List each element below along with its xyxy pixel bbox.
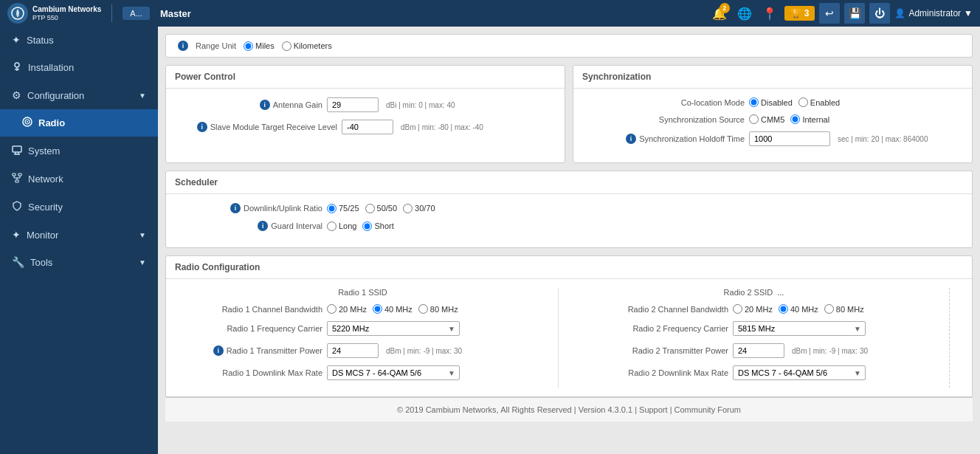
radio-right-divider <box>949 288 950 388</box>
sidebar-label-radio: Radio <box>38 117 65 128</box>
sidebar-item-system[interactable]: System <box>0 137 158 165</box>
sync-source-cmm5-radio[interactable] <box>749 114 759 124</box>
colocation-options: Disabled Enabled <box>749 97 840 107</box>
colocation-enabled-radio[interactable] <box>798 97 808 107</box>
antenna-gain-info-icon[interactable]: i <box>260 100 270 110</box>
award-button[interactable]: 🏆 3 <box>784 6 815 21</box>
downlink-5050-radio[interactable] <box>365 204 375 213</box>
range-unit-km-radio[interactable] <box>282 41 291 51</box>
radio1-bw-40-option[interactable]: 40 MHz <box>373 304 413 314</box>
admin-menu-button[interactable]: 👤 Administrator ▼ <box>894 8 973 18</box>
radio1-bw-20-option[interactable]: 20 MHz <box>327 304 367 314</box>
network-icon <box>12 173 22 185</box>
downlink-3070-radio[interactable] <box>403 204 413 213</box>
sidebar-label-system: System <box>28 145 60 157</box>
sidebar-item-configuration[interactable]: ⚙ Configuration ▼ <box>0 82 158 109</box>
sync-source-cmm5-option[interactable]: CMM5 <box>749 114 784 124</box>
range-unit-km-option[interactable]: Kilometers <box>282 41 332 51</box>
power-button[interactable]: ⏻ <box>869 3 890 24</box>
radio2-bw-40-radio[interactable] <box>779 304 788 314</box>
header-separator <box>111 4 112 22</box>
undo-button[interactable]: ↩ <box>819 3 840 24</box>
radio1-freq-select[interactable]: 5220 MHz <box>327 321 460 336</box>
downlink-info-icon[interactable]: i <box>230 203 241 213</box>
downlink-3070-option[interactable]: 30/70 <box>403 204 435 213</box>
notifications-button[interactable]: 🔔 2 <box>709 3 730 24</box>
radio1-txpower-input[interactable] <box>327 343 379 358</box>
radio2-column: Radio 2 SSID ... Radio 2 Channel Bandwid… <box>566 288 942 388</box>
sidebar-item-monitor[interactable]: ✦ Monitor ▼ <box>0 221 158 249</box>
downlink-5050-option[interactable]: 50/50 <box>365 204 398 213</box>
device-name[interactable]: A... <box>122 7 150 20</box>
location-icon: 📍 <box>762 7 777 21</box>
holdoff-info-icon[interactable]: i <box>626 134 636 144</box>
guard-info-icon[interactable]: i <box>258 221 268 231</box>
sidebar-item-radio[interactable]: Radio <box>0 109 158 137</box>
radio2-txpower-input[interactable] <box>733 343 784 358</box>
radio2-bw-20-option[interactable]: 20 MHz <box>733 304 773 314</box>
sync-source-internal-option[interactable]: Internal <box>790 114 829 124</box>
radio2-dlrate-select[interactable]: DS MCS 7 - 64-QAM 5/6 <box>733 365 866 380</box>
colocation-disabled-option[interactable]: Disabled <box>749 97 793 107</box>
sidebar-item-security[interactable]: Security <box>0 193 158 221</box>
radio2-freq-select[interactable]: 5815 MHz <box>733 321 866 336</box>
range-unit-miles-radio[interactable] <box>244 41 253 51</box>
sidebar-item-network[interactable]: Network <box>0 165 158 193</box>
location-button[interactable]: 📍 <box>759 3 780 24</box>
sidebar-item-tools[interactable]: 🔧 Tools ▼ <box>0 249 158 276</box>
range-unit-km-label: Kilometers <box>294 41 332 50</box>
slave-target-info-icon[interactable]: i <box>197 122 207 132</box>
monitor-icon: ✦ <box>12 229 21 241</box>
radio1-bw-80-radio[interactable] <box>418 304 428 314</box>
radio1-bw-20-radio[interactable] <box>327 304 337 314</box>
radio2-bandwidth-row: Radio 2 Channel Bandwidth 20 MHz 40 MHz <box>573 304 934 314</box>
radio1-txpower-info-icon[interactable]: i <box>213 345 224 356</box>
sync-source-internal-radio[interactable] <box>790 114 800 124</box>
colocation-disabled-radio[interactable] <box>749 97 759 107</box>
save-button[interactable]: 💾 <box>844 3 865 24</box>
range-unit-info-icon[interactable]: i <box>178 41 188 51</box>
guard-short-option[interactable]: Short <box>362 221 393 231</box>
colocation-enabled-option[interactable]: Enabled <box>798 97 840 107</box>
security-icon <box>12 201 22 213</box>
status-icon: ✦ <box>12 34 21 46</box>
guard-label: Guard Interval <box>271 221 322 230</box>
guard-long-option[interactable]: Long <box>327 221 356 231</box>
antenna-gain-input[interactable] <box>327 97 379 112</box>
radio1-dlrate-label: Radio 1 Downlink Max Rate <box>222 368 322 377</box>
radio2-dlrate-select-wrapper: DS MCS 7 - 64-QAM 5/6 ▼ <box>733 365 866 380</box>
radio1-bw-40-radio[interactable] <box>373 304 382 314</box>
sidebar-label-configuration: Configuration <box>27 90 84 101</box>
radio1-dlrate-select[interactable]: DS MCS 7 - 64-QAM 5/6 <box>327 365 460 380</box>
radio2-ssid-value: ... <box>777 288 784 297</box>
top-panels: Power Control i Antenna Gain dBi | min: … <box>165 65 973 163</box>
range-unit-miles-option[interactable]: Miles <box>244 41 275 51</box>
radio2-bw-80-radio[interactable] <box>824 304 834 314</box>
downlink-7525-radio[interactable] <box>327 204 337 213</box>
radio2-ssid-row: Radio 2 SSID ... <box>573 288 934 297</box>
holdoff-label: Synchronization Holdoff Time <box>639 134 745 143</box>
radio-config-panel: Radio Configuration Radio 1 SSID Radio 1… <box>165 255 973 397</box>
svg-rect-11 <box>13 173 15 176</box>
downlink-7525-option[interactable]: 75/25 <box>327 204 359 213</box>
radio2-bw-40-option[interactable]: 40 MHz <box>779 304 818 314</box>
radio1-bw-80-option[interactable]: 80 MHz <box>418 304 458 314</box>
sidebar-item-status[interactable]: ✦ Status <box>0 27 158 54</box>
sync-title: Synchronization <box>573 66 972 89</box>
radio1-bw-80-label: 80 MHz <box>430 305 458 314</box>
slave-target-input[interactable] <box>342 120 393 134</box>
radio2-txpower-row: Radio 2 Transmitter Power dBm | min: -9 … <box>573 343 934 358</box>
sidebar-item-installation[interactable]: Installation <box>0 54 158 82</box>
radio1-ssid-row: Radio 1 SSID <box>182 288 543 297</box>
holdoff-input[interactable] <box>749 131 830 146</box>
guard-short-radio[interactable] <box>362 221 372 231</box>
guard-long-radio[interactable] <box>327 221 337 231</box>
power-control-body: i Antenna Gain dBi | min: 0 | max: 40 i … <box>166 89 565 151</box>
radio1-dlrate-row: Radio 1 Downlink Max Rate DS MCS 7 - 64-… <box>182 365 543 380</box>
radio2-bw-20-radio[interactable] <box>733 304 742 314</box>
globe-button[interactable]: 🌐 <box>734 3 755 24</box>
globe-icon: 🌐 <box>737 7 752 21</box>
radio1-column: Radio 1 SSID Radio 1 Channel Bandwidth 2… <box>175 288 551 388</box>
downlink-7525-label: 75/25 <box>339 204 359 213</box>
radio2-bw-80-option[interactable]: 80 MHz <box>824 304 864 314</box>
